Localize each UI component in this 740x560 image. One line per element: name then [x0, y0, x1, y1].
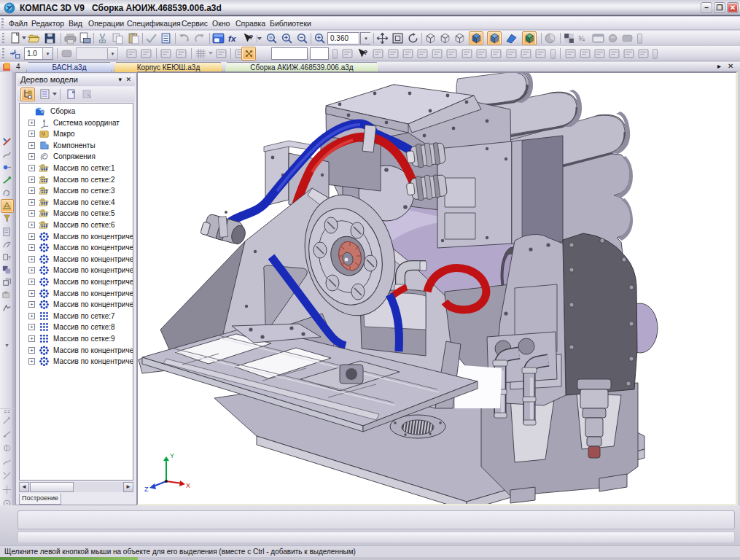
svg-text:?: ?	[364, 48, 368, 56]
svg-text:M: M	[42, 132, 45, 137]
svg-text:fx: fx	[228, 34, 236, 43]
svg-text:Y: Y	[170, 452, 174, 459]
svg-text:?: ?	[249, 33, 254, 41]
svg-text:?: ?	[7, 254, 10, 261]
svg-text:¾: ¾	[578, 34, 585, 43]
svg-text:Z: Z	[144, 486, 149, 493]
svg-text:X: X	[186, 482, 190, 489]
